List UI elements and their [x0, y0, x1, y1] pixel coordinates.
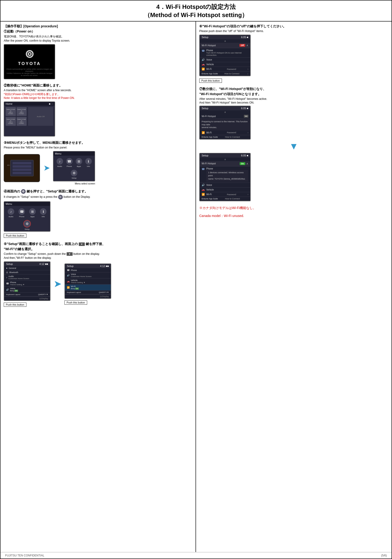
step4-apps-label: Apps	[30, 215, 35, 218]
step2-note-red: *初回のPower-ON時はやや時間を要します。	[4, 92, 192, 96]
step5-s2-keyboard: Keyboard Layout QWERTY▼	[65, 291, 111, 294]
menu-item-audio: ♪ Audio	[56, 158, 63, 168]
step4-menu-header: Menu	[4, 202, 50, 206]
step7-howto-label: How to Connect	[225, 136, 248, 138]
step7-s2-howto-label: How to Connect	[225, 197, 248, 200]
info-icon: ℹ	[85, 158, 92, 165]
step7-s2-voice-icon: 🔊	[202, 184, 205, 186]
step5-push-btn-1-wrapper: Push this button	[4, 302, 50, 307]
step7-s2-phone-content: Phone 1 devices connected. Wireless acce…	[206, 168, 248, 182]
step7-subtitle: ⑦数分後に、"Wi-Fi Hotspot"が有効になり、	[199, 87, 388, 91]
push-button-label-step4: Push this button	[4, 233, 26, 238]
wifi-hotspot-label: Wi-Fi Hotspot	[202, 44, 239, 47]
s2-voice-icon: 🔊	[67, 274, 70, 277]
step6-phone-label: Phone	[206, 49, 242, 52]
page-header: 4．Wi-Fi Hotspotの設定方法 （Method of Wi-Fi Ho…	[0, 0, 392, 21]
preparing-line2: several minutes.	[202, 126, 248, 129]
step5-s2-wifi: 📶 Wi-Fi Beep On	[65, 285, 111, 291]
s2-vehicle-content: Vehicle Theme Setting ▼	[71, 279, 85, 284]
step6-phone-row: ☎ Phone Turn Wi-Fi Hotspot ON to use Int…	[200, 48, 250, 57]
step5-section: ⑤"Setup"画面に遷移することを確認し、画面上の ▼ 鍵を押下後、 "Wi-…	[4, 242, 192, 307]
step4-apps-item: ⊞ Apps	[29, 208, 36, 218]
step7-s2-entune-row: Entune App Suite How to Connect	[200, 197, 250, 201]
title-en: （Method of Wi-Fi Hotspot setting）	[144, 11, 248, 19]
step7-desc2: And hten "Wi-Fi Hotspot" item becomes ON…	[199, 101, 388, 104]
s2-vehicle-icon: 🚗	[67, 280, 70, 283]
s2-wifi-icon: 📶	[67, 286, 70, 289]
s2-voice-label: Voice	[71, 273, 91, 275]
step5-s1-audio: ♪ Audio Customize Home Screen	[4, 274, 50, 280]
keyboard-value: QWERTY▼	[38, 293, 48, 296]
general-label: General	[9, 267, 16, 269]
step3-desc1: Please press the "MENU" button on the fa…	[4, 146, 192, 149]
on-toggle: On	[15, 290, 18, 292]
s2-keyboard-content: Keyboard Layout QWERTY▼	[67, 291, 109, 293]
step3-arrow: ➤	[42, 165, 51, 172]
toyota-brand: TOYOTA	[6, 61, 53, 66]
step5-screen2-wrapper: Setup 4:12 ■■ ☎ Phone 🔊 Voice	[64, 263, 111, 305]
step4-apps-icon: ⊞	[29, 208, 36, 215]
bluetooth-icon: ◎	[6, 271, 8, 274]
phone-icon: ☎	[66, 158, 73, 165]
step6-desc1: Please push down the "off" of "Wi-Fi Hot…	[199, 29, 388, 33]
audio-off-label: Audio Off	[37, 115, 44, 118]
step3-section: ③MENUボタンを押して、MENU画面に遷移させます。 Please press…	[4, 141, 192, 185]
step3-subtitle: ③MENUボタンを押して、MENU画面に遷移させます。	[4, 141, 192, 145]
step6-phone-icon: ☎	[202, 49, 205, 56]
step7-s2-time: 6:05 ■	[241, 154, 248, 157]
step7-s1-header: Setup 6:05 ■	[200, 106, 250, 110]
step7-password-arrow: ›	[248, 131, 248, 134]
keyboard-row: Keyboard Layout QWERTY▼	[6, 293, 48, 296]
s2-vehicle-label: Vehicle	[71, 279, 85, 281]
step4-audio-label: Audio	[9, 215, 13, 218]
step6-password-label: Password	[227, 68, 247, 70]
step4-audio-icon: ♪	[8, 208, 14, 215]
scroll-up-row: ∧	[200, 39, 250, 43]
home-audio-area: Audio Off	[28, 107, 53, 126]
toyota-logo: ⊚ TOYOTA	[6, 47, 53, 66]
apps-icon: ⊞	[76, 158, 82, 165]
bluetooth-label: Bluetooth	[9, 271, 18, 274]
toyota-screen: ⊚ TOYOTA Check surroundings for safety w…	[4, 44, 55, 79]
menu-screen: Menu ♪ Audio ☎ Phone	[53, 151, 95, 181]
voice-row-icon: 🔊	[6, 288, 9, 291]
step6-voice-row: 🔊 Voice	[200, 57, 250, 62]
step4-section: ④画面内の ⚙ 鍵を押すと、"Setup"画面に遷移します。 It change…	[4, 189, 192, 238]
wifi-hotspot-off-btn[interactable]: Off	[239, 44, 245, 47]
step7-subtitle2: "Wi-Fi Hotspot"の項目がONとなります。	[199, 92, 388, 96]
preparing-text: Preparing to connect to the Internet. Th…	[200, 119, 250, 130]
s2-keyboard-label: Keyboard Layout	[67, 291, 81, 293]
step7-s2-password-arrow: ›	[248, 193, 248, 196]
step6-screen-header: Setup 6:05 ■	[200, 35, 250, 39]
general-icon: ●	[6, 267, 8, 269]
step7-s2-wifi-label: Wi-Fi Hotspot	[202, 162, 240, 165]
step7-wifi-icon: 📶	[202, 131, 205, 134]
step5-subtitle2: "Wi-Fi"の鍵を選択。	[4, 247, 192, 251]
preparing-line1: Preparing to connect to the Internet. Th…	[202, 120, 248, 126]
step7-s2-wifi-hotspot-row: Wi-Fi Hotspot On ∧	[200, 161, 250, 167]
step7-s2-entune-label: Entune App Suite	[202, 197, 225, 200]
step4-push-button: Push this button	[4, 233, 192, 238]
step7-s2-vehicle-row: 🚗 Vehicle	[200, 187, 250, 192]
step7-s2-phone-icon: ☎	[202, 168, 205, 182]
display-row: ◎Display	[4, 297, 50, 300]
step5-screen1-wrapper: Setup 4:12 ■■ ● General ◎ Bluetooth	[4, 261, 50, 307]
step7-s1-status: ■■	[244, 115, 248, 118]
phone-row-icon: ☎	[6, 282, 9, 285]
step7-s2-phone-label: Phone	[206, 168, 248, 170]
step6-section: ⑥"Wi-Fi Hotspot"の項目の"off"の鍵を押下してください。 Pl…	[199, 24, 388, 83]
step5-arrow: ➤	[53, 280, 62, 288]
home-cell-1: Select & Hold toAdd a Contact.	[6, 107, 16, 116]
s2-keyboard-value: QWERTY▼	[99, 291, 109, 293]
step1-desc1: 電源ON後、TOYOTA画が表示された事を確認。	[4, 35, 192, 38]
canada-note-wrapper: ※カナダ向けモデルはWi-Fi機能なし。 Canada model：Wi-Fi …	[199, 206, 388, 218]
title-ja: 4．Wi-Fi Hotspotの設定方法	[156, 3, 236, 10]
menu-item-setup: ⚙ Setup	[71, 170, 77, 179]
audio-icon: ♪	[56, 158, 63, 165]
audio-label: Audio	[57, 165, 62, 168]
step7-s2-voice-row: 🔊 Voice	[200, 183, 250, 187]
step7-s1-time: 6:05 ■	[241, 107, 248, 110]
wifi-hotspot-on-btn[interactable]: On	[240, 162, 246, 165]
main-content: 【操作手順】[Operation procedure] ①起動（Power on…	[0, 21, 392, 552]
step5-s1-title: Setup	[6, 262, 13, 265]
